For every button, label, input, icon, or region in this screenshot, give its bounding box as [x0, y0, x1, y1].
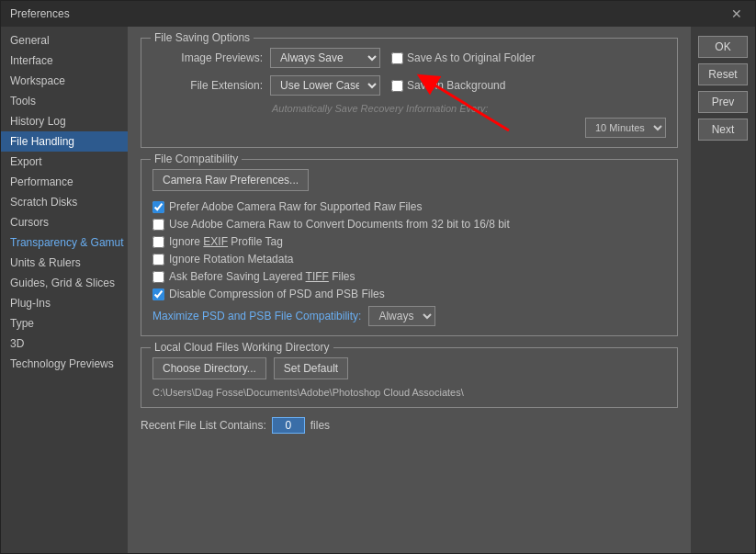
- ignore-exif-label: Ignore EXIF Profile Tag: [169, 235, 283, 248]
- sidebar-item-tools[interactable]: Tools: [1, 91, 128, 111]
- image-previews-row: Image Previews: Always Save Never Save A…: [152, 48, 666, 68]
- ask-before-saving-row: Ask Before Saving Layered TIFF Files: [152, 270, 666, 283]
- use-camera-raw-checkbox[interactable]: [152, 219, 164, 231]
- dialog-body: General Interface Workspace Tools Histor…: [1, 27, 755, 553]
- sidebar-item-general[interactable]: General: [1, 30, 128, 51]
- disable-compression-checkbox[interactable]: [152, 288, 164, 300]
- sidebar-item-plug-ins[interactable]: Plug-Ins: [1, 293, 128, 313]
- sidebar-item-cursors[interactable]: Cursors: [1, 212, 128, 232]
- sidebar-item-performance[interactable]: Performance: [1, 172, 128, 192]
- next-button[interactable]: Next: [698, 119, 748, 141]
- prefer-camera-raw-label: Prefer Adobe Camera Raw for Supported Ra…: [169, 200, 422, 213]
- sidebar-item-guides-grid-slices[interactable]: Guides, Grid & Slices: [1, 273, 128, 293]
- sidebar-item-3d[interactable]: 3D: [1, 334, 128, 354]
- file-extension-select[interactable]: Use Lower Case Use Upper Case: [270, 75, 380, 96]
- title-bar: Preferences ✕: [1, 1, 755, 27]
- file-compatibility-label: File Compatibility: [151, 153, 242, 165]
- ask-before-saving-checkbox[interactable]: [152, 271, 164, 283]
- main-content: File Saving Options Image Previews: Alwa…: [128, 27, 691, 553]
- sidebar-item-units-rulers[interactable]: Units & Rulers: [1, 253, 128, 273]
- preferences-dialog: Preferences ✕ General Interface Workspac…: [0, 0, 756, 554]
- file-extension-row: File Extension: Use Lower Case Use Upper…: [152, 75, 666, 96]
- sidebar-item-transparency-gamut[interactable]: Transparency & Gamut: [1, 232, 128, 253]
- ignore-rotation-row: Ignore Rotation Metadata: [152, 253, 666, 266]
- file-compatibility-section: File Compatibility Camera Raw Preference…: [141, 159, 678, 336]
- sidebar-item-technology-previews[interactable]: Technology Previews: [1, 354, 128, 374]
- ignore-exif-row: Ignore EXIF Profile Tag: [152, 235, 666, 248]
- reset-button[interactable]: Reset: [698, 63, 748, 85]
- camera-raw-preferences-button[interactable]: Camera Raw Preferences...: [152, 169, 309, 191]
- sidebar: General Interface Workspace Tools Histor…: [1, 27, 128, 553]
- file-extension-label: File Extension:: [152, 79, 263, 92]
- maximize-row: Maximize PSD and PSB File Compatibility:…: [152, 306, 666, 326]
- sidebar-item-interface[interactable]: Interface: [1, 51, 128, 71]
- file-saving-label: File Saving Options: [151, 31, 254, 44]
- maximize-label: Maximize PSD and PSB File Compatibility:: [152, 310, 361, 322]
- prefer-camera-raw-row: Prefer Adobe Camera Raw for Supported Ra…: [152, 200, 666, 213]
- ignore-rotation-checkbox[interactable]: [152, 254, 164, 266]
- choose-directory-button[interactable]: Choose Directory...: [152, 357, 266, 379]
- right-buttons-panel: OK Reset Prev Next: [691, 27, 755, 553]
- dialog-title: Preferences: [10, 7, 70, 20]
- prefer-camera-raw-checkbox[interactable]: [152, 201, 164, 213]
- recent-files-row: Recent File List Contains: files: [141, 417, 678, 434]
- sidebar-item-file-handling[interactable]: File Handling: [1, 131, 128, 152]
- recent-files-input[interactable]: [272, 417, 305, 434]
- recent-files-label: Recent File List Contains:: [141, 419, 266, 432]
- recovery-row: Automatically Save Recovery Information …: [272, 103, 666, 138]
- disable-compression-row: Disable Compression of PSD and PSB Files: [152, 288, 666, 300]
- prev-button[interactable]: Prev: [698, 91, 748, 113]
- maximize-select[interactable]: Never Always Ask: [368, 306, 435, 326]
- save-in-background-checkbox[interactable]: [391, 80, 403, 92]
- ok-button[interactable]: OK: [698, 36, 748, 58]
- file-saving-section: File Saving Options Image Previews: Alwa…: [141, 38, 678, 148]
- sidebar-item-workspace[interactable]: Workspace: [1, 71, 128, 91]
- ask-before-saving-label: Ask Before Saving Layered TIFF Files: [169, 270, 355, 283]
- save-as-original-checkbox[interactable]: [391, 52, 403, 64]
- ignore-rotation-label: Ignore Rotation Metadata: [169, 253, 293, 266]
- local-cloud-section: Local Cloud Files Working Directory Choo…: [141, 347, 678, 408]
- sidebar-item-history-log[interactable]: History Log: [1, 111, 128, 131]
- save-in-background-label: Save in Background: [407, 79, 505, 92]
- save-as-original-label: Save As to Original Folder: [407, 51, 535, 64]
- image-previews-label: Image Previews:: [152, 51, 263, 64]
- files-label: files: [310, 419, 330, 432]
- ignore-exif-checkbox[interactable]: [152, 236, 164, 248]
- recovery-label: Automatically Save Recovery Information …: [272, 103, 666, 114]
- close-button[interactable]: ✕: [728, 6, 746, 21]
- use-camera-raw-label: Use Adobe Camera Raw to Convert Document…: [169, 218, 510, 231]
- sidebar-item-export[interactable]: Export: [1, 152, 128, 172]
- disable-compression-label: Disable Compression of PSD and PSB Files: [169, 288, 385, 300]
- image-previews-select[interactable]: Always Save Never Save Ask When Saving: [270, 48, 380, 68]
- use-camera-raw-row: Use Adobe Camera Raw to Convert Document…: [152, 218, 666, 231]
- local-cloud-label: Local Cloud Files Working Directory: [151, 341, 333, 354]
- sidebar-item-scratch-disks[interactable]: Scratch Disks: [1, 192, 128, 212]
- sidebar-item-type[interactable]: Type: [1, 313, 128, 334]
- recovery-select[interactable]: 1 Minute 5 Minutes 10 Minutes 15 Minutes…: [585, 118, 666, 138]
- cloud-path: C:\Users\Dag Fosse\Documents\Adobe\Photo…: [152, 387, 666, 398]
- cloud-btn-row: Choose Directory... Set Default: [152, 357, 666, 379]
- set-default-button[interactable]: Set Default: [274, 357, 348, 379]
